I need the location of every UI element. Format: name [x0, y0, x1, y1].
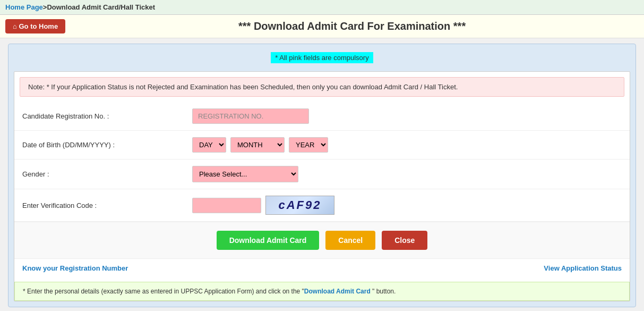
main-container: * All pink fields are compulsory Note: *… [8, 44, 636, 307]
captcha-text: cAF92 [278, 198, 321, 212]
compulsory-note-bar: * All pink fields are compulsory [14, 49, 630, 66]
verification-row: Enter Verification Code : cAF92 [14, 189, 630, 222]
gender-row: Gender : Please Select... Male Female Tr… [14, 159, 630, 189]
dob-label: Date of Birth (DD/MM/YYYY) : [22, 141, 192, 149]
cancel-button[interactable]: Cancel [325, 231, 375, 250]
know-reg-link[interactable]: Know your Registration Number [22, 264, 128, 272]
reg-no-field [192, 108, 622, 124]
gender-field: Please Select... Male Female Transgender [192, 166, 622, 182]
captcha-input[interactable] [192, 198, 261, 213]
bottom-note: * Enter the personal details (exactly sa… [14, 282, 630, 301]
breadcrumb: Home Page>Download Admit Card/Hall Ticke… [0, 0, 644, 15]
dob-row: Date of Birth (DD/MM/YYYY) : DAY 12345 6… [14, 131, 630, 159]
dob-month-select[interactable]: MONTH JanuaryFebruaryMarchApril MayJuneJ… [230, 137, 285, 153]
captcha-image: cAF92 [265, 196, 334, 215]
dob-field: DAY 12345 678910 1112131415 1617181920 2… [192, 137, 622, 153]
reg-no-input[interactable] [192, 108, 309, 124]
breadcrumb-current: Download Admit Card/Hall Ticket [47, 3, 155, 11]
go-home-button[interactable]: Go to Home [5, 19, 65, 33]
page-title: *** Download Admit Card For Examination … [238, 20, 466, 32]
gender-label: Gender : [22, 170, 192, 178]
dob-year-select[interactable]: YEAR 19801981198219831984 19851986198719… [289, 137, 328, 153]
verification-field: cAF92 [192, 196, 622, 215]
verification-label: Enter Verification Code : [22, 201, 192, 209]
view-status-link[interactable]: View Application Status [544, 264, 622, 272]
dob-day-select[interactable]: DAY 12345 678910 1112131415 1617181920 2… [192, 137, 226, 153]
button-row: Download Admit Card Cancel Close [14, 222, 630, 258]
reg-no-row: Candidate Registration No. : [14, 102, 630, 131]
reg-no-label: Candidate Registration No. : [22, 112, 192, 120]
gender-select[interactable]: Please Select... Male Female Transgender [192, 166, 298, 182]
compulsory-note-text: * All pink fields are compulsory [271, 52, 373, 63]
bottom-note-text: * Enter the personal details (exactly sa… [23, 288, 396, 295]
note-bar: Note: * If your Application Status is no… [20, 77, 624, 97]
form-box: Note: * If your Application Status is no… [14, 71, 630, 301]
note-text: Note: * If your Application Status is no… [28, 83, 458, 91]
download-admit-card-button[interactable]: Download Admit Card [217, 231, 320, 250]
home-link[interactable]: Home Page [5, 3, 43, 11]
bottom-note-link-text: Download Admit Card [304, 288, 371, 295]
close-button[interactable]: Close [382, 231, 427, 250]
footer-links: Know your Registration Number View Appli… [14, 258, 630, 278]
